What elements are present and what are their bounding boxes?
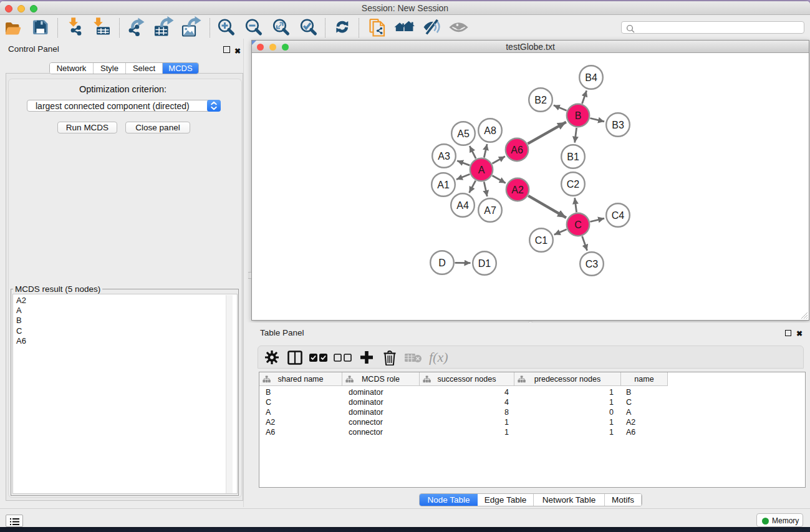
svg-text:A4: A4 — [456, 200, 469, 211]
svg-text:B: B — [575, 110, 582, 121]
svg-text:C: C — [574, 220, 582, 230]
svg-text:C3: C3 — [586, 259, 599, 269]
svg-text:A5: A5 — [457, 128, 470, 139]
svg-text:B4: B4 — [585, 72, 597, 83]
svg-text:B3: B3 — [612, 120, 624, 130]
svg-text:B2: B2 — [534, 95, 547, 105]
svg-text:A1: A1 — [437, 180, 450, 190]
svg-text:A8: A8 — [484, 125, 496, 136]
svg-text:A2: A2 — [511, 185, 524, 195]
svg-text:D1: D1 — [478, 258, 491, 269]
svg-text:A3: A3 — [438, 151, 450, 162]
svg-text:C1: C1 — [535, 235, 548, 246]
svg-text:C4: C4 — [612, 210, 625, 221]
svg-text:A: A — [478, 165, 485, 175]
svg-text:D: D — [438, 258, 446, 268]
svg-text:A7: A7 — [484, 205, 496, 216]
svg-text:C2: C2 — [567, 179, 580, 190]
svg-text:B1: B1 — [567, 152, 579, 162]
svg-text:A6: A6 — [511, 145, 523, 155]
